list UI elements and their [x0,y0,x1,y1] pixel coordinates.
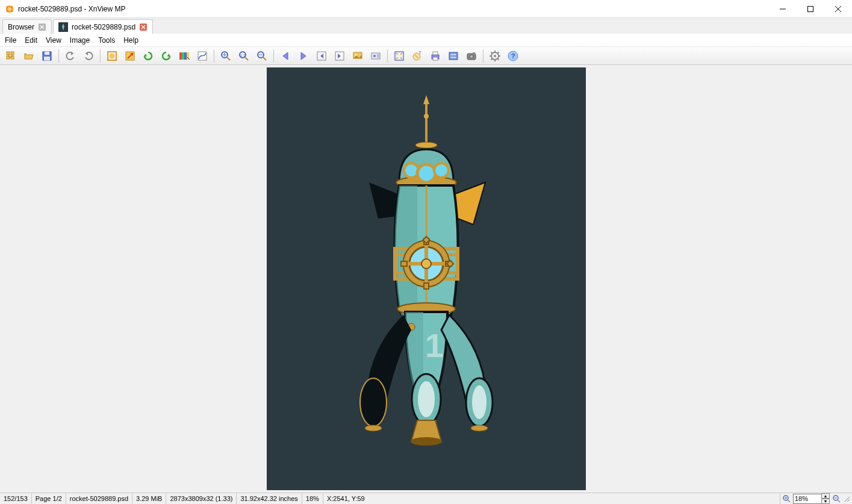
help-button[interactable]: ? [505,48,521,64]
first-button[interactable] [313,48,330,64]
undo-button[interactable] [62,48,79,64]
last-button[interactable] [331,48,348,64]
close-tab-icon[interactable] [38,23,46,31]
menu-view[interactable]: View [46,36,61,45]
close-tab-icon[interactable] [139,23,148,31]
zoom-in-button[interactable] [217,48,234,64]
status-filename: rocket-5029889.psd [66,493,132,504]
svg-point-70 [417,164,435,182]
svg-point-39 [373,55,376,57]
menu-file[interactable]: File [5,36,16,45]
maximize-button[interactable] [797,0,824,17]
svg-line-101 [838,500,840,502]
status-page: Page 1/2 [32,493,66,504]
resize-grip-icon[interactable] [843,495,850,502]
svg-point-93 [411,437,442,446]
svg-point-54 [494,55,496,57]
zoom-spin-up[interactable]: ▲ [821,493,830,499]
svg-rect-21 [184,52,187,60]
rotate-left-button[interactable] [140,48,157,64]
svg-text:T: T [418,50,421,55]
svg-rect-77 [401,261,407,266]
color-map-button[interactable] [176,48,193,64]
menu-tools[interactable]: Tools [98,36,115,45]
resize-button[interactable] [122,48,138,64]
tab-image[interactable]: rocket-5029889.psd [53,19,153,34]
svg-point-67 [415,142,437,148]
svg-rect-15 [44,57,50,60]
svg-line-29 [245,57,248,60]
status-index: 152/153 [0,493,32,504]
draw-button[interactable]: T [409,48,426,64]
window-title: rocket-5029889.psd - XnView MP [18,5,769,13]
minimize-button[interactable] [769,0,797,17]
svg-line-62 [498,52,499,53]
svg-line-25 [227,57,230,60]
svg-rect-45 [433,52,438,55]
svg-point-71 [434,163,449,178]
tab-bar: Browser rocket-5029889.psd [0,18,852,34]
prev-button[interactable] [277,48,294,64]
svg-point-1 [8,7,11,11]
svg-text:?: ? [511,52,515,60]
zoom-input[interactable] [793,494,822,504]
tab-browser[interactable]: Browser [2,19,52,34]
toolbar: 1:1 T ? [0,47,852,65]
fit-image-button[interactable] [391,48,408,64]
acquire-button[interactable] [445,48,462,64]
close-button[interactable] [824,0,852,17]
open-button[interactable] [20,48,37,64]
title-bar: rocket-5029889.psd - XnView MP [0,0,852,18]
redo-button[interactable] [80,48,97,64]
svg-line-32 [263,57,266,60]
status-dimensions: 2873x3809x32 (1.33) [166,493,237,504]
svg-rect-52 [473,52,475,54]
zoom-spin-down[interactable]: ▼ [821,499,830,504]
svg-rect-20 [182,52,184,60]
rotate-right-button[interactable] [158,48,175,64]
print-button[interactable] [427,48,444,64]
app-icon [5,4,14,14]
svg-point-94 [365,425,382,431]
menu-edit[interactable]: Edit [25,36,37,45]
rocket-illustration: 1 [318,92,535,465]
next-button[interactable] [295,48,312,64]
svg-rect-17 [110,54,114,58]
svg-line-97 [788,500,790,502]
svg-point-92 [418,381,435,417]
svg-rect-40 [377,54,379,58]
svg-point-66 [424,114,429,119]
tab-label: Browser [8,23,34,31]
menu-help[interactable]: Help [123,36,138,45]
status-coords: X:2541, Y:59 [323,493,368,504]
levels-button[interactable] [194,48,211,64]
zoom-out-button[interactable] [253,48,270,64]
svg-line-60 [498,58,499,60]
svg-point-51 [470,55,473,58]
slideshow-button[interactable] [367,48,384,64]
zoom-out-icon[interactable] [832,494,841,503]
svg-rect-3 [808,6,813,11]
image-content: 1 [267,67,586,490]
zoom-100-button[interactable]: 1:1 [235,48,252,64]
svg-rect-14 [45,52,49,55]
status-filesize: 3.29 MiB [132,493,166,504]
svg-point-95 [471,425,488,431]
settings-button[interactable] [487,48,503,64]
quickview-button[interactable] [349,48,366,64]
svg-text:1: 1 [425,327,444,364]
status-zoom: 18% [302,493,323,504]
crop-button[interactable] [104,48,120,64]
svg-line-61 [491,58,493,60]
svg-rect-76 [424,283,429,289]
tab-label: rocket-5029889.psd [72,23,135,31]
browser-button[interactable] [2,48,19,64]
capture-button[interactable] [463,48,480,64]
menu-image[interactable]: Image [70,36,90,45]
save-button[interactable] [39,48,55,64]
zoom-in-icon[interactable] [782,494,791,503]
svg-line-59 [491,52,493,53]
svg-rect-46 [433,57,438,60]
svg-point-88 [360,378,387,426]
image-canvas[interactable]: 1 [0,65,852,493]
